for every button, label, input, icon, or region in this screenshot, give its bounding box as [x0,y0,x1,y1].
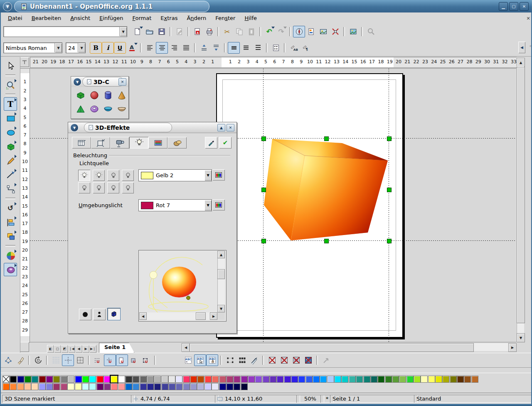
menu-item-bearbeiten[interactable]: Bearbeiten [27,13,66,23]
color-swatch[interactable] [356,376,363,383]
preview-mode-flat-button[interactable] [79,309,91,320]
align-left-button[interactable] [144,42,156,54]
color-swatch[interactable] [168,376,175,383]
next-page-button[interactable]: ▶ [82,345,89,353]
scroll-down-button[interactable]: ▼ [517,333,525,342]
page-tab[interactable]: Seite 1 [99,343,134,353]
preview-vscrollbar[interactable]: ▲ ▼ [217,251,225,312]
linespace-2-button[interactable] [252,42,264,54]
horizontal-scrollbar[interactable] [189,343,508,351]
color-swatch[interactable] [17,376,24,383]
color-swatch[interactable] [421,376,428,383]
menu-item-datei[interactable]: Datei [3,13,27,23]
placeholder-text-option[interactable] [278,354,290,366]
object3d-tool-tool[interactable] [4,140,17,153]
placeholder-image-option[interactable] [266,354,278,366]
pdf-export-button[interactable]: A [191,26,203,37]
save-floppy-button[interactable] [155,26,167,37]
quick-edit-option[interactable]: ABC [182,354,194,366]
color-swatch[interactable] [233,376,240,383]
snap-grid-option[interactable] [92,354,104,366]
color-swatch[interactable] [313,376,320,383]
status-size[interactable]: 14,10 x 11,60 [215,395,300,403]
menu-item-einfügen[interactable]: Einfügen [95,13,128,23]
color-swatch[interactable] [471,376,478,383]
align-right-button[interactable] [168,42,180,54]
ambient-color-combobox[interactable]: Rot 7 ▼ [138,199,212,211]
tab-material[interactable] [167,137,187,149]
selection-handle[interactable] [387,239,392,243]
vertical-scroll-thumb[interactable] [517,67,525,323]
light-source-5-button[interactable] [78,182,90,193]
menu-item-ändern[interactable]: Ändern [182,13,211,23]
color-swatch[interactable] [154,383,161,390]
prev-page-button[interactable]: ◀ [75,345,82,353]
stylist-button[interactable] [305,26,317,37]
minimize-button[interactable]: ▁ [499,2,508,11]
3d-object-shell-button[interactable] [101,102,115,116]
horizontal-ruler[interactable]: 2120191817161514131211109876543211234567… [30,57,517,68]
open-folder-button[interactable] [143,26,155,37]
select-text-area-option[interactable]: ABC [194,354,206,366]
menu-item-hilfe[interactable]: Hilfe [240,13,261,23]
color-swatch[interactable] [118,383,125,390]
status-zoom[interactable]: 50% [296,395,324,403]
placeholder-all-option[interactable] [302,354,314,366]
color-swatch[interactable] [305,376,313,383]
linespace-15-button[interactable] [240,42,252,54]
selection-handle[interactable] [387,136,392,141]
rect-tool-tool[interactable] [4,111,17,125]
color-swatch[interactable] [363,376,370,383]
color-swatch[interactable] [17,383,24,390]
scroll-up-button[interactable]: ▲ [517,58,525,67]
horizontal-scroll-thumb[interactable] [190,343,474,352]
color-swatch[interactable] [125,376,132,383]
color-swatch[interactable] [291,376,298,383]
effects-tool-tool[interactable] [4,249,17,262]
color-swatch[interactable] [60,376,67,383]
color-swatch[interactable] [226,376,233,383]
color-swatch[interactable] [435,376,442,383]
selection-handle[interactable] [261,136,266,141]
preview-hscroll-thumb[interactable] [196,312,206,320]
snap-guides-option[interactable] [104,354,116,366]
color-swatch[interactable] [414,376,421,383]
select-tool[interactable] [4,59,17,72]
color-swatch[interactable] [24,376,31,383]
undo-button[interactable]: ↶ [263,26,275,37]
color-swatch[interactable] [2,383,10,390]
color-swatch[interactable] [24,383,31,390]
search-button[interactable] [365,26,377,37]
color-swatch[interactable] [75,383,82,390]
menu-item-fenster[interactable]: Fenster [211,13,240,23]
color-swatch[interactable] [175,383,182,390]
color-swatch[interactable] [197,383,204,390]
3d-object-half-sphere-button[interactable] [115,102,128,116]
tab-shading[interactable] [110,137,129,149]
exit-group-option[interactable] [320,354,332,366]
color-swatch[interactable] [75,376,82,383]
color-swatch[interactable] [10,376,17,383]
tab-textures[interactable] [148,137,167,149]
close-button[interactable]: ✕ [520,2,529,11]
color-swatch[interactable] [197,376,204,383]
char-dialog-button[interactable]: ABC [288,42,300,54]
3d-object-pyramid-button[interactable] [74,102,87,116]
page-mode-normal-button[interactable]: ◧ [47,345,54,353]
color-swatch[interactable] [219,383,226,390]
tab-geometry[interactable] [91,137,110,149]
color-swatch[interactable] [10,383,17,390]
last-page-button[interactable]: ▶❘ [89,345,96,353]
scroll-right-button[interactable]: ▶ [508,343,517,352]
scroll-right-button[interactable]: ▶ [210,312,217,320]
color-swatch[interactable] [147,376,154,383]
light-source-8-button[interactable] [122,182,134,193]
3d-objects-floating-toolbar[interactable]: ▼ 3D-C ✕ [71,76,129,119]
snap-points-option[interactable] [140,354,152,366]
color-swatch[interactable] [175,376,182,383]
connector-tool-tool[interactable] [4,182,17,196]
color-swatch[interactable] [46,376,53,383]
color-swatch[interactable] [248,376,255,383]
3d-effects-titlebar[interactable]: ▼ 3D-Effekte ▲ ✕ [68,122,236,133]
color-swatch[interactable] [212,383,219,390]
